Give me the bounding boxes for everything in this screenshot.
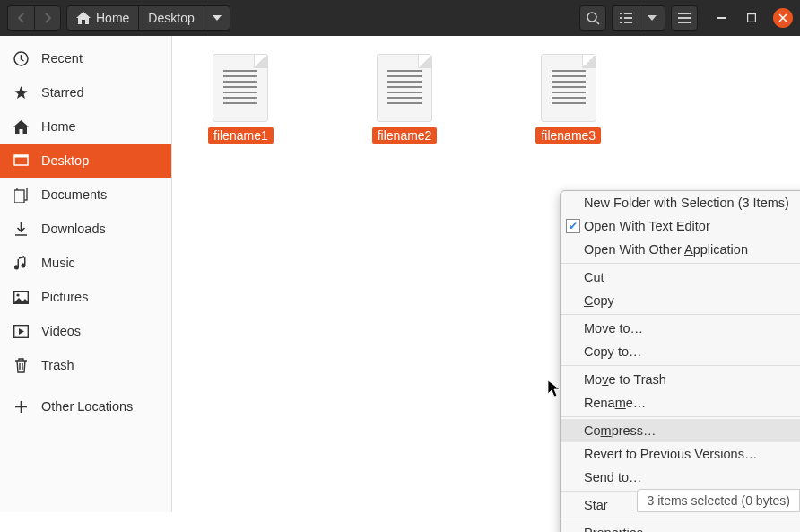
menu-item-label: Revert to Previous Versions… bbox=[584, 447, 757, 461]
file-item[interactable]: filename3 bbox=[535, 54, 601, 144]
file-item[interactable]: filename2 bbox=[372, 54, 438, 144]
path-dropdown[interactable] bbox=[204, 5, 230, 31]
content-area[interactable]: filename1filename2filename3 New Folder w… bbox=[172, 36, 800, 512]
svg-rect-1 bbox=[717, 17, 726, 19]
sidebar-item-recent[interactable]: Recent bbox=[0, 41, 171, 75]
file-item[interactable]: filename1 bbox=[208, 54, 274, 144]
menu-item-label: Star bbox=[584, 498, 608, 512]
status-bar: 3 items selected (0 bytes) bbox=[637, 489, 800, 512]
menu-item[interactable]: ✔Open With Text EditorReturn bbox=[561, 214, 800, 238]
menu-item-label: Open With Text Editor bbox=[584, 219, 710, 233]
menu-item[interactable]: Move to… bbox=[561, 317, 800, 340]
pictures-icon bbox=[13, 289, 29, 305]
view-dropdown[interactable] bbox=[639, 5, 665, 31]
search-button[interactable] bbox=[579, 5, 606, 31]
path-bar: Home Desktop bbox=[66, 5, 230, 31]
sidebar-item-pictures[interactable]: Pictures bbox=[0, 280, 171, 314]
menu-separator bbox=[561, 519, 800, 519]
menu-item-label: Copy bbox=[584, 293, 614, 308]
menu-item-label: New Folder with Selection (3 Items) bbox=[584, 196, 789, 210]
sidebar-item-label: Music bbox=[41, 256, 75, 270]
menu-item[interactable]: CopyCtrl+C bbox=[561, 289, 800, 312]
menu-item[interactable]: PropertiesCtrl+I bbox=[561, 521, 800, 532]
file-label: filename2 bbox=[372, 127, 438, 144]
view-list-button[interactable] bbox=[612, 5, 639, 31]
menu-item-label: Cut bbox=[584, 270, 604, 284]
trash-icon bbox=[13, 357, 29, 373]
menu-item-label: Move to… bbox=[584, 321, 643, 336]
svg-rect-5 bbox=[14, 155, 28, 158]
maximize-button[interactable] bbox=[743, 9, 761, 27]
window-controls bbox=[712, 8, 793, 28]
sidebar-item-downloads[interactable]: Downloads bbox=[0, 212, 171, 246]
menu-item[interactable]: Revert to Previous Versions… bbox=[561, 442, 800, 466]
sidebar: RecentStarredHomeDesktopDocumentsDownloa… bbox=[0, 36, 172, 512]
forward-button[interactable] bbox=[34, 5, 61, 31]
file-icon bbox=[541, 54, 596, 122]
sidebar-item-music[interactable]: Music bbox=[0, 246, 171, 280]
status-text: 3 items selected (0 bytes) bbox=[647, 493, 790, 508]
path-home[interactable]: Home bbox=[66, 5, 139, 31]
menu-item[interactable]: Open With Other Application bbox=[561, 238, 800, 261]
file-icon bbox=[377, 54, 432, 122]
menu-item-label: Open With Other Application bbox=[584, 242, 748, 257]
home-icon bbox=[76, 12, 91, 24]
menu-separator bbox=[561, 314, 800, 315]
home-icon bbox=[13, 118, 29, 135]
sidebar-item-videos[interactable]: Videos bbox=[0, 314, 171, 348]
view-group bbox=[612, 5, 665, 31]
desktop-icon bbox=[13, 153, 29, 169]
sidebar-item-label: Downloads bbox=[41, 222, 106, 236]
sidebar-item-desktop[interactable]: Desktop bbox=[0, 144, 171, 178]
caret-down-icon bbox=[648, 15, 657, 21]
svg-point-9 bbox=[16, 293, 19, 296]
sidebar-item-home[interactable]: Home bbox=[0, 109, 171, 144]
file-label: filename1 bbox=[208, 127, 274, 144]
music-icon bbox=[13, 255, 29, 271]
menu-item[interactable]: Move to TrashDelete bbox=[561, 368, 800, 391]
menu-item-label: Copy to… bbox=[584, 344, 641, 359]
sidebar-item-label: Starred bbox=[41, 85, 84, 100]
minimize-icon bbox=[717, 17, 726, 19]
back-button[interactable] bbox=[7, 5, 34, 31]
sidebar-item-starred[interactable]: Starred bbox=[0, 75, 171, 109]
close-button[interactable] bbox=[773, 8, 793, 28]
menu-item-label: Compress… bbox=[584, 423, 657, 438]
plus-icon bbox=[13, 398, 29, 414]
videos-icon bbox=[13, 323, 29, 339]
list-icon bbox=[620, 13, 632, 23]
menu-item[interactable]: New Folder with Selection (3 Items) bbox=[561, 191, 800, 214]
sidebar-item-label: Recent bbox=[41, 51, 83, 65]
sidebar-item-label: Other Locations bbox=[41, 399, 133, 414]
sidebar-item-label: Home bbox=[41, 119, 76, 134]
path-home-label: Home bbox=[96, 11, 129, 25]
menu-item[interactable]: Compress… bbox=[561, 419, 800, 442]
caret-down-icon bbox=[213, 15, 222, 21]
search-icon bbox=[587, 12, 600, 25]
hamburger-button[interactable] bbox=[671, 5, 698, 31]
menu-item-label: Move to Trash bbox=[584, 372, 666, 387]
svg-rect-7 bbox=[14, 190, 24, 203]
path-desktop[interactable]: Desktop bbox=[139, 5, 203, 31]
check-icon: ✔ bbox=[566, 219, 580, 233]
chevron-right-icon bbox=[44, 13, 52, 23]
menu-item-label: Send to… bbox=[584, 470, 642, 484]
menu-item-label: Properties bbox=[584, 526, 643, 532]
minimize-button[interactable] bbox=[712, 9, 730, 27]
file-grid: filename1filename2filename3 bbox=[208, 54, 764, 144]
menu-item[interactable]: Send to… bbox=[561, 466, 800, 489]
main-area: RecentStarredHomeDesktopDocumentsDownloa… bbox=[0, 36, 800, 512]
hamburger-icon bbox=[678, 13, 691, 23]
sidebar-item-label: Desktop bbox=[41, 153, 89, 168]
menu-separator bbox=[561, 365, 800, 366]
sidebar-item-documents[interactable]: Documents bbox=[0, 178, 171, 212]
menu-item[interactable]: CutCtrl+X bbox=[561, 266, 800, 289]
file-label: filename3 bbox=[535, 127, 601, 144]
close-icon bbox=[778, 13, 787, 22]
maximize-icon bbox=[747, 13, 756, 22]
sidebar-item-trash[interactable]: Trash bbox=[0, 348, 171, 382]
downloads-icon bbox=[13, 221, 29, 237]
menu-item[interactable]: Copy to… bbox=[561, 340, 800, 363]
sidebar-item-other-locations[interactable]: Other Locations bbox=[0, 389, 171, 423]
menu-item[interactable]: Rename…F2 bbox=[561, 391, 800, 414]
